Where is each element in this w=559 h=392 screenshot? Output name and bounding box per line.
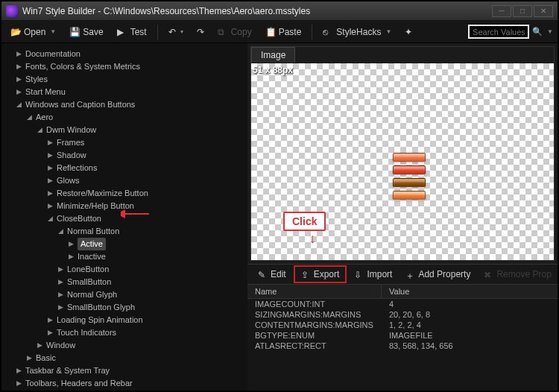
tree-normal-glyph[interactable]: ▶Normal Glyph — [4, 288, 244, 301]
property-name: CONTENTMARGINS:MARGINS — [255, 320, 389, 329]
save-button[interactable]: 💾Save — [65, 25, 107, 39]
remove-property-button[interactable]: ✖Remove Prop — [478, 267, 557, 282]
property-name: SIZINGMARGINS:MARGINS — [255, 310, 389, 319]
tree-basic[interactable]: ▶Basic — [4, 352, 244, 364]
close-button[interactable]: ✕ — [534, 5, 553, 17]
magic-button[interactable]: ✦ — [400, 25, 420, 39]
property-value: 4 — [389, 300, 394, 309]
tree-shadow[interactable]: ▶Shadow — [4, 149, 244, 162]
tree-frames[interactable]: ▶Frames — [4, 136, 244, 149]
tree-inactive[interactable]: ▶Inactive — [4, 250, 244, 263]
export-button[interactable]: ⇪Export — [294, 265, 347, 283]
maximize-button[interactable]: □ — [513, 5, 532, 17]
property-row[interactable]: CONTENTMARGINS:MARGINS1, 2, 2, 4 — [247, 320, 558, 330]
tree-dwm-window[interactable]: ◢Dwm Window — [4, 124, 244, 136]
tree-restore-max[interactable]: ▶Restore/Maximize Button — [4, 187, 244, 200]
action-tabs: ✎Edit ⇪Export ⇩Import ＋Add Property ✖Rem… — [247, 265, 558, 284]
search-icon[interactable]: 🔍 — [532, 27, 543, 37]
annotation-callout: Click — [283, 212, 326, 231]
image-dimensions: 51 x 88px — [253, 65, 293, 75]
tree-address[interactable]: ▶Address, Breadcrumb & Search — [4, 390, 244, 391]
copy-button[interactable]: ⧉Copy — [213, 25, 256, 39]
property-row[interactable]: SIZINGMARGINS:MARGINS20, 20, 6, 8 — [247, 309, 558, 320]
tree-toolbars[interactable]: ▶Toolbars, Headers and Rebar — [4, 377, 244, 390]
tree-windows-caption[interactable]: ◢Windows and Caption Buttons — [4, 98, 244, 111]
add-property-button[interactable]: ＋Add Property — [399, 267, 476, 282]
titlebar: Win7 Style Builder - C:\Windows\Resource… — [1, 1, 558, 21]
open-button[interactable]: 📂Open▼ — [6, 25, 60, 39]
undo-button[interactable]: ↶▾ — [164, 25, 188, 39]
tree-lonebutton[interactable]: ▶LoneButton — [4, 263, 244, 276]
sparkle-icon: ✦ — [405, 27, 415, 37]
import-button[interactable]: ⇩Import — [348, 267, 398, 282]
property-value: 1, 2, 2, 4 — [389, 320, 421, 329]
minus-icon: ✖ — [484, 270, 493, 279]
tree-start-menu[interactable]: ▶Start Menu — [4, 86, 244, 98]
tree-fonts-colors[interactable]: ▶Fonts, Colors & System Metrics — [4, 60, 244, 73]
annotation-arrow-icon: ↓ — [309, 231, 316, 247]
tree-smallbutton[interactable]: ▶SmallButton — [4, 276, 244, 288]
property-header: Name Value — [247, 284, 558, 299]
tree-taskbar[interactable]: ▶Taskbar & System Tray — [4, 364, 244, 377]
redo-button[interactable]: ↷ — [192, 25, 209, 39]
disk-icon: 💾 — [69, 27, 80, 37]
search-dropdown[interactable]: ▼ — [547, 28, 553, 35]
stylehacks-button[interactable]: ⎋StyleHacks▼ — [318, 25, 396, 39]
app-icon — [6, 5, 18, 17]
tree-normal-button[interactable]: ◢Normal Button — [4, 225, 244, 238]
property-row[interactable]: BGTYPE:ENUMIMAGEFILE — [247, 330, 558, 341]
tree-documentation[interactable]: ▶Documentation — [4, 48, 244, 60]
annotation-tree-arrow-icon — [121, 209, 151, 220]
col-value[interactable]: Value — [382, 285, 417, 298]
property-value: 20, 20, 6, 8 — [389, 310, 430, 319]
image-tab[interactable]: Image — [251, 47, 295, 63]
property-name: ATLASRECT:RECT — [255, 341, 389, 350]
export-icon: ⇪ — [301, 270, 311, 279]
folder-icon: 📂 — [10, 27, 21, 37]
col-name[interactable]: Name — [247, 285, 382, 298]
property-value: IMAGEFILE — [389, 331, 433, 340]
minimize-button[interactable]: ─ — [492, 5, 511, 17]
tree-active[interactable]: ▶Active — [4, 238, 244, 250]
window-title: Win7 Style Builder - C:\Windows\Resource… — [22, 6, 492, 16]
plus-icon: ＋ — [405, 270, 415, 279]
tree-smallbutton-glyph[interactable]: ▶SmallButton Glyph — [4, 301, 244, 314]
property-list[interactable]: IMAGECOUNT:INT4SIZINGMARGINS:MARGINS20, … — [247, 299, 558, 391]
edit-button[interactable]: ✎Edit — [252, 267, 292, 282]
tree-loading-spin[interactable]: ▶Loading Spin Animation — [4, 314, 244, 326]
property-row[interactable]: ATLASRECT:RECT83, 568, 134, 656 — [247, 341, 558, 351]
pencil-icon: ✎ — [258, 270, 268, 279]
property-name: BGTYPE:ENUM — [255, 331, 389, 340]
copy-icon: ⧉ — [218, 27, 228, 37]
tree-touch-ind[interactable]: ▶Touch Indicators — [4, 326, 244, 339]
tree-aero[interactable]: ◢Aero — [4, 111, 244, 124]
tree-glows[interactable]: ▶Glows — [4, 174, 244, 187]
preview-image — [393, 153, 426, 203]
property-name: IMAGECOUNT:INT — [255, 300, 389, 309]
property-row[interactable]: IMAGECOUNT:INT4 — [247, 299, 558, 309]
wand-icon: ⎋ — [323, 27, 333, 37]
import-icon: ⇩ — [354, 270, 364, 279]
paste-icon: 📋 — [265, 27, 276, 37]
search-input[interactable] — [468, 25, 529, 39]
tree-window[interactable]: ▶Window — [4, 339, 244, 352]
paste-button[interactable]: 📋Paste — [261, 25, 306, 39]
test-button[interactable]: ▶Test — [113, 25, 151, 39]
toolbar: 📂Open▼ 💾Save ▶Test ↶▾ ↷ ⧉Copy 📋Paste ⎋St… — [1, 21, 558, 43]
tree-styles[interactable]: ▶Styles — [4, 73, 244, 86]
property-value: 83, 568, 134, 656 — [389, 341, 453, 350]
tree-reflections[interactable]: ▶Reflections — [4, 162, 244, 174]
play-icon: ▶ — [117, 27, 127, 37]
